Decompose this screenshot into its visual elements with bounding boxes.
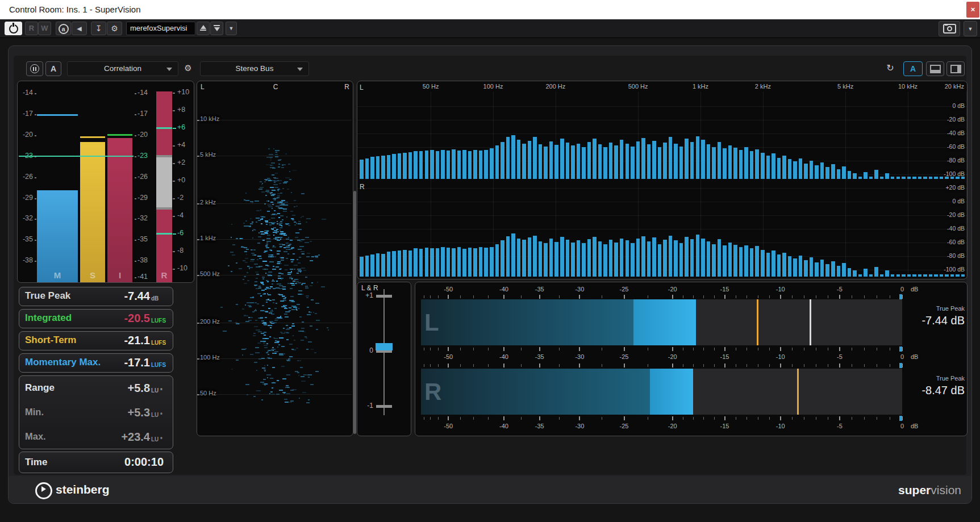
- module-settings-button[interactable]: ⚙: [181, 61, 195, 76]
- scale-tick: [624, 295, 625, 299]
- scope-point: [283, 353, 285, 354]
- scope-point: [265, 251, 267, 252]
- scale-tick: [648, 364, 648, 367]
- scope-point: [266, 247, 269, 248]
- write-automation-button[interactable]: W: [38, 22, 51, 35]
- spectrum-bar: [381, 156, 385, 179]
- scope-point: [245, 321, 249, 322]
- toolbar-settings-button[interactable]: ⚙: [107, 22, 122, 35]
- scope-point: [282, 289, 286, 290]
- scope-point: [272, 190, 276, 191]
- scope-point: [260, 231, 264, 232]
- snapshot-button[interactable]: [939, 21, 960, 36]
- scope-point: [236, 360, 239, 361]
- scope-point: [256, 278, 257, 279]
- spectrum-bar: [511, 233, 515, 277]
- scale-tick: [488, 295, 489, 298]
- spectrum-gridline-v: [763, 91, 764, 277]
- scale-tick: [438, 295, 439, 298]
- layout-split-vertical-button[interactable]: [946, 61, 965, 76]
- spectrum-bar: [810, 161, 814, 179]
- scale-tick: [624, 416, 625, 420]
- scale-tick: [624, 347, 625, 351]
- scope-point: [277, 261, 280, 262]
- scope-point: [272, 347, 274, 348]
- correlation-zone-cap: [156, 155, 172, 157]
- read-automation-button[interactable]: R: [25, 22, 38, 35]
- balance-handle[interactable]: [376, 343, 393, 350]
- scope-point: [270, 322, 272, 323]
- spectrum-bar: [506, 137, 510, 179]
- layout-split-horizontal-button[interactable]: [926, 61, 944, 76]
- scope-point: [305, 237, 309, 238]
- spectrum-bar: [858, 274, 862, 277]
- scope-point: [296, 348, 298, 349]
- scope-point: [285, 402, 289, 403]
- spectrum-bar: [940, 177, 944, 179]
- ab-compare-button[interactable]: A: [45, 61, 61, 76]
- spectrum-bar: [636, 141, 640, 179]
- spectrum-bar: [403, 153, 407, 179]
- scope-point: [244, 283, 247, 284]
- ab-active-button[interactable]: A: [903, 61, 923, 76]
- previous-preset-button[interactable]: [197, 22, 210, 35]
- scope-point: [282, 188, 284, 189]
- preset-menu-button[interactable]: ▼: [226, 22, 237, 35]
- scope-point: [262, 278, 264, 279]
- spectrum-gridline-h: [357, 243, 968, 243]
- scope-point: [272, 310, 273, 311]
- spectrum-bar: [799, 158, 803, 179]
- scope-point: [316, 320, 320, 321]
- scope-point: [301, 376, 304, 377]
- scope-point: [258, 287, 262, 289]
- spectrum-bar: [609, 143, 613, 179]
- scope-point: [302, 321, 305, 323]
- preset-name-field[interactable]: merefoxSupervisi: [126, 22, 195, 35]
- stat-value: -21.1: [99, 334, 150, 347]
- scale-tick: [35, 198, 36, 199]
- next-preset-button[interactable]: [210, 22, 223, 35]
- scope-point: [305, 287, 308, 289]
- copy-a-to-b-button[interactable]: ◀: [72, 22, 87, 35]
- module-select-dropdown[interactable]: Correlation: [67, 61, 178, 76]
- scope-point: [272, 281, 275, 282]
- pause-button[interactable]: [26, 61, 43, 76]
- scope-point: [261, 283, 264, 284]
- scope-point: [261, 320, 264, 321]
- scope-point: [282, 165, 284, 166]
- bypass-power-button[interactable]: [5, 22, 22, 35]
- source-select-dropdown[interactable]: Stereo Bus: [200, 61, 309, 76]
- scale-tick: [35, 261, 36, 262]
- scope-point: [262, 277, 265, 278]
- scope-point: [261, 191, 265, 193]
- meter-ghost-label-L: L: [424, 309, 439, 336]
- scope-point: [268, 148, 270, 149]
- scope-point: [261, 358, 265, 359]
- spectrum-bar: [398, 153, 402, 179]
- spectrum-bar: [907, 177, 911, 179]
- spectrum-freq-label: 10 kHz: [891, 83, 925, 90]
- plugin-menu-button[interactable]: ▼: [964, 21, 977, 36]
- close-button[interactable]: ×: [966, 2, 979, 18]
- scope-point: [314, 352, 316, 353]
- reset-button[interactable]: ↻: [881, 61, 900, 76]
- scope-point: [246, 249, 249, 250]
- meter-scale-label: -10: [768, 423, 793, 429]
- spectrum-bar: [641, 138, 645, 179]
- scope-point: [306, 256, 310, 257]
- scope-point: [315, 313, 317, 314]
- scope-point: [313, 312, 314, 313]
- module-scrollbar[interactable]: [353, 191, 356, 434]
- scope-point: [230, 252, 234, 253]
- scope-corner-center: C: [197, 83, 353, 91]
- spectrum-bar: [842, 166, 846, 179]
- spectrum-bar: [436, 248, 440, 277]
- insert-position-button[interactable]: ↧: [91, 22, 106, 35]
- scope-point: [268, 281, 269, 282]
- meter-scale-label: -35: [527, 423, 552, 429]
- switch-ab-button[interactable]: a: [56, 22, 71, 35]
- window-title: Control Room: Ins. 1 - SuperVision: [9, 0, 141, 19]
- scope-point: [286, 247, 290, 248]
- spectrum-bar: [777, 254, 781, 277]
- correlation-scale-label: -4: [177, 211, 194, 219]
